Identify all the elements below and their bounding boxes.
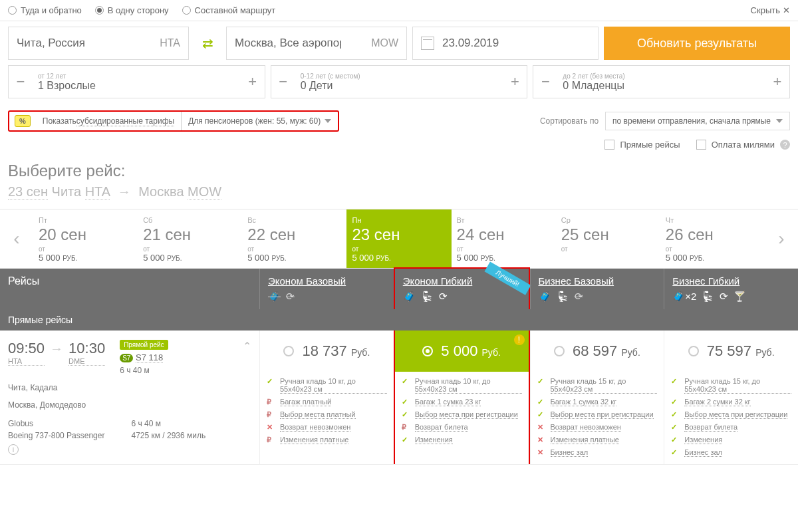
chevron-down-icon xyxy=(325,119,331,123)
radio-oneway[interactable]: В одну сторону xyxy=(95,5,169,15)
adult-plus[interactable]: + xyxy=(241,66,265,98)
child-stepper: − 0-12 лет (с местом)0 Дети + xyxy=(271,65,528,98)
filter-row: % Показать субсидированные тарифы Для пе… xyxy=(0,106,798,136)
fare-col-biz-flex[interactable]: Бизнес Гибкий 🧳×2⟳🍸 xyxy=(664,269,798,309)
feature-item: ✓Багаж 2 сумки 32 кг xyxy=(671,398,791,406)
chevron-down-icon xyxy=(776,119,783,123)
flights-col-header: Рейсы xyxy=(0,269,259,309)
update-button[interactable]: Обновить результаты xyxy=(604,27,790,60)
baggage-icon: 🧳 xyxy=(539,291,551,303)
fare-col-econ-flex[interactable]: Лучший! Эконом Гибкий 🧳⟳ xyxy=(394,267,530,309)
subsidy-box: % Показать субсидированные тарифы Для пе… xyxy=(8,110,339,132)
feature-item: ₽Изменения платные xyxy=(267,436,387,444)
miles-checkbox[interactable]: Оплата милями? xyxy=(696,140,790,150)
baggage-icon: 🧳 xyxy=(268,291,281,303)
direct-checkbox[interactable]: Прямые рейсы xyxy=(604,140,680,150)
calendar-icon xyxy=(421,37,434,50)
trip-type-bar: Туда и обратно В одну сторону Составной … xyxy=(0,0,798,21)
subsidy-toggle[interactable]: Показать субсидированные тарифы xyxy=(36,112,182,130)
search-row: Чита, РоссияHTA ⇄ Москва, Все аэропортыM… xyxy=(0,21,798,65)
radio-multi[interactable]: Составной маршрут xyxy=(182,5,276,15)
passenger-row: − от 12 лет1 Взрослые + − 0-12 лет (с ме… xyxy=(0,65,798,106)
feature-item: ✓Изменения xyxy=(671,436,791,444)
feature-item: ✓Выбор места при регистрации xyxy=(671,410,791,419)
child-minus[interactable]: − xyxy=(271,66,295,98)
seat-icon xyxy=(702,291,714,303)
fare-header: Рейсы Эконом Базовый 🧳⟳ Лучший! Эконом Г… xyxy=(0,269,798,309)
infant-plus[interactable]: + xyxy=(765,66,789,98)
sort-block: Сортировать по по времени отправления, с… xyxy=(540,112,790,130)
infant-stepper: − до 2 лет (без места)0 Младенцы + xyxy=(533,65,790,98)
feature-item: ✓Выбор места при регистрации xyxy=(537,410,658,419)
info-icon[interactable]: i xyxy=(8,444,19,455)
feature-item: ✕Возврат невозможен xyxy=(537,423,658,432)
alert-icon: ! xyxy=(514,334,525,345)
feature-item: ✓Возврат билета xyxy=(671,423,791,432)
info-icon: ? xyxy=(780,140,790,150)
date-cell[interactable]: Ср25 сенот xyxy=(556,209,660,268)
feature-item: ✓Ручная кладь 15 кг, до 55х40х23 см xyxy=(537,377,658,394)
feature-item: ₽Возврат билета xyxy=(402,423,522,432)
feature-item: ✕Изменения платные xyxy=(537,436,658,444)
feature-item: ✕Возврат невозможен xyxy=(267,423,387,432)
to-city-input[interactable]: Москва, Все аэропортыMOW xyxy=(226,27,407,60)
feature-item: ✓Изменения xyxy=(402,436,522,444)
date-cell[interactable]: Вс22 сенот5 000 РУБ. xyxy=(242,209,346,268)
refresh-icon: ⟳ xyxy=(720,291,728,303)
select-flight-title: Выберите рейс: xyxy=(0,159,798,183)
feature-item: ₽Багаж платный xyxy=(267,398,387,406)
date-strip: ‹ Пт20 сенот5 000 РУБ.Сб21 сенот5 000 РУ… xyxy=(0,209,798,269)
date-cell[interactable]: Чт26 сенот5 000 РУБ. xyxy=(660,209,765,268)
close-icon: ✕ xyxy=(783,5,790,15)
direct-badge: Прямой рейс xyxy=(120,340,168,350)
baggage-icon: 🧳 xyxy=(403,291,416,303)
fare-col-econ-basic[interactable]: Эконом Базовый 🧳⟳ xyxy=(259,269,394,309)
expand-chevron[interactable]: ⌃ xyxy=(243,340,251,352)
feature-item: ₽Выбор места платный xyxy=(267,410,387,419)
feature-item: ✓Выбор места при регистрации xyxy=(402,410,522,419)
date-cell[interactable]: Сб21 сенот5 000 РУБ. xyxy=(138,209,242,268)
child-plus[interactable]: + xyxy=(503,66,527,98)
radio-roundtrip[interactable]: Туда и обратно xyxy=(8,5,82,15)
filter-checks: Прямые рейсы Оплата милями? xyxy=(0,136,798,159)
baggage-icon: 🧳×2 xyxy=(672,291,696,303)
direct-flights-header: Прямые рейсы xyxy=(0,309,798,331)
date-prev[interactable]: ‹ xyxy=(0,209,33,268)
feature-item: ✓Ручная кладь 15 кг, до 55х40х23 см xyxy=(671,377,791,394)
refresh-icon: ⟳ xyxy=(439,291,448,303)
fare-option-1[interactable]: !5 000 Руб. ✓Ручная кладь 10 кг, до 55х4… xyxy=(394,331,530,464)
flight-info: 09:50HTA → 10:30DME Прямой рейс S7 S7 11… xyxy=(0,331,259,464)
adult-minus[interactable]: − xyxy=(9,66,33,98)
feature-item: ✓Багаж 1 сумка 23 кг xyxy=(402,398,522,406)
swap-button[interactable]: ⇄ xyxy=(194,27,221,60)
subsidy-select[interactable]: Для пенсионеров (жен: 55, муж: 60) xyxy=(182,116,338,126)
date-input[interactable]: 23.09.2019 xyxy=(412,27,598,60)
refresh-icon: ⟳ xyxy=(286,291,295,303)
trip-type-radios: Туда и обратно В одну сторону Составной … xyxy=(8,5,751,15)
seat-icon xyxy=(421,291,434,303)
feature-item: ✓Бизнес зал xyxy=(671,448,791,457)
route-summary: 23 сен Чита HTA → Москва MOW xyxy=(0,183,798,209)
seat-icon xyxy=(557,291,569,303)
from-city-input[interactable]: Чита, РоссияHTA xyxy=(8,27,189,60)
date-cell[interactable]: Пт20 сенот5 000 РУБ. xyxy=(33,209,138,268)
fare-col-biz-basic[interactable]: Бизнес Базовый 🧳⟳ xyxy=(530,269,664,309)
hide-link[interactable]: Скрыть ✕ xyxy=(751,5,790,15)
infant-minus[interactable]: − xyxy=(533,66,557,98)
feature-item: ✓Ручная кладь 10 кг, до 55х40х23 см xyxy=(402,377,522,394)
feature-item: ✓Ручная кладь 10 кг, до 55х40х23 см xyxy=(267,377,387,394)
date-next[interactable]: › xyxy=(765,209,798,268)
fare-option-0[interactable]: 18 737 Руб. ✓Ручная кладь 10 кг, до 55х4… xyxy=(259,331,394,464)
date-cell[interactable]: Вт24 сенот5 000 РУБ. xyxy=(452,209,556,268)
feature-item: ✕Бизнес зал xyxy=(537,448,658,457)
cocktail-icon: 🍸 xyxy=(733,291,746,303)
date-cell[interactable]: Пн23 сенот5 000 РУБ. xyxy=(346,209,451,268)
percent-icon: % xyxy=(15,115,31,127)
sort-label: Сортировать по xyxy=(540,116,598,126)
flight-row: 09:50HTA → 10:30DME Прямой рейс S7 S7 11… xyxy=(0,331,798,465)
sort-select[interactable]: по времени отправления, сначала прямые xyxy=(605,112,790,130)
fare-option-2[interactable]: 68 597 Руб. ✓Ручная кладь 15 кг, до 55х4… xyxy=(530,331,664,464)
fare-option-3[interactable]: 75 597 Руб. ✓Ручная кладь 15 кг, до 55х4… xyxy=(664,331,798,464)
refresh-icon: ⟳ xyxy=(575,291,583,303)
arrow-icon: → xyxy=(50,341,63,356)
